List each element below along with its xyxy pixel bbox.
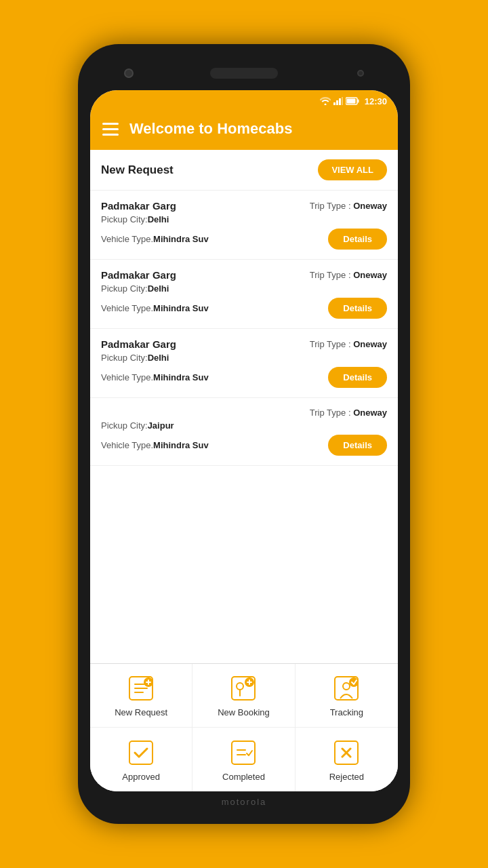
card-top-row: Trip Type : Oneway <box>101 408 387 418</box>
vehicle-type: Vehicle Type.Mihindra Suv <box>101 440 209 450</box>
card-bottom-row: Vehicle Type.Mihindra Suv Details <box>101 298 387 319</box>
request-list: Padmakar Garg Trip Type : Oneway Pickup … <box>90 191 398 663</box>
card-bottom-row: Vehicle Type.Mihindra Suv Details <box>101 229 387 250</box>
customer-name: Padmakar Garg <box>101 269 176 281</box>
status-time: 12:30 <box>365 96 387 106</box>
svg-point-15 <box>237 683 243 690</box>
pickup-city: Pickup City:Jaipur <box>101 420 387 431</box>
trip-type: Trip Type : Oneway <box>310 270 387 280</box>
card-top-row: Padmakar Garg Trip Type : Oneway <box>101 269 387 281</box>
rejected-icon <box>331 738 361 768</box>
pickup-city: Pickup City:Delhi <box>101 214 387 224</box>
vehicle-type: Vehicle Type.Mihindra Suv <box>101 234 209 244</box>
nav-label-completed: Completed <box>222 772 265 782</box>
nav-item-tracking[interactable]: Tracking <box>296 664 398 728</box>
trip-type: Trip Type : Oneway <box>310 339 387 349</box>
approved-icon <box>126 738 156 768</box>
nav-label-rejected: Rejected <box>329 772 364 782</box>
nav-item-new-request[interactable]: New Request <box>90 664 192 728</box>
new-booking-svg <box>230 675 256 701</box>
new-request-svg <box>128 675 154 701</box>
bottom-navigation: New Request New Booking <box>90 663 398 791</box>
details-button[interactable]: Details <box>328 367 387 388</box>
phone-device: 12:30 Welcome to Homecabs New Request VI… <box>78 44 410 824</box>
wifi-icon <box>320 97 331 105</box>
status-bar: 12:30 <box>90 90 398 112</box>
svg-rect-6 <box>346 99 355 104</box>
hamburger-line-3 <box>102 134 119 136</box>
svg-rect-3 <box>342 97 343 105</box>
trip-type: Trip Type : Oneway <box>310 201 387 211</box>
nav-label-approved: Approved <box>122 772 160 782</box>
svg-rect-23 <box>129 741 152 764</box>
approved-svg <box>128 740 154 766</box>
nav-item-completed[interactable]: Completed <box>192 728 295 791</box>
signal-icon <box>333 97 343 105</box>
phone-bottom-bar: motorola <box>90 791 398 812</box>
card-bottom-row: Vehicle Type.Mihindra Suv Details <box>101 367 387 388</box>
tracking-svg <box>333 675 359 701</box>
completed-svg <box>230 740 256 766</box>
phone-screen: 12:30 Welcome to Homecabs New Request VI… <box>90 90 398 791</box>
nav-item-rejected[interactable]: Rejected <box>296 728 398 791</box>
menu-button[interactable] <box>102 123 119 136</box>
section-title: New Request <box>101 163 174 177</box>
battery-icon <box>346 97 359 105</box>
table-row: Padmakar Garg Trip Type : Oneway Pickup … <box>90 329 398 398</box>
content-area: New Request VIEW ALL Padmakar Garg Trip … <box>90 150 398 791</box>
front-camera <box>124 68 134 78</box>
hamburger-line-2 <box>102 128 119 130</box>
completed-icon <box>228 738 258 768</box>
nav-label-tracking: Tracking <box>330 707 363 717</box>
customer-name: Padmakar Garg <box>101 200 176 212</box>
trip-type: Trip Type : Oneway <box>310 408 387 418</box>
svg-rect-5 <box>357 100 359 103</box>
section-header: New Request VIEW ALL <box>90 150 398 191</box>
front-sensor <box>357 70 364 77</box>
brand-text: motorola <box>222 797 267 807</box>
table-row: Padmakar Garg Trip Type : Oneway Pickup … <box>90 260 398 329</box>
vehicle-type: Vehicle Type.Mihindra Suv <box>101 303 209 313</box>
vehicle-type: Vehicle Type.Mihindra Suv <box>101 372 209 382</box>
phone-top-bar <box>90 56 398 90</box>
details-button[interactable]: Details <box>328 435 387 456</box>
card-bottom-row: Vehicle Type.Mihindra Suv Details <box>101 435 387 456</box>
svg-point-21 <box>343 683 350 690</box>
table-row: Trip Type : Oneway Pickup City:Jaipur Ve… <box>90 398 398 466</box>
svg-rect-1 <box>336 100 338 105</box>
status-icons: 12:30 <box>320 96 387 106</box>
customer-name: Padmakar Garg <box>101 338 176 350</box>
pickup-city: Pickup City:Delhi <box>101 353 387 363</box>
app-header: Welcome to Homecabs <box>90 112 398 150</box>
svg-rect-2 <box>339 98 341 105</box>
nav-item-approved[interactable]: Approved <box>90 728 192 791</box>
card-top-row: Padmakar Garg Trip Type : Oneway <box>101 338 387 350</box>
nav-item-new-booking[interactable]: New Booking <box>192 664 295 728</box>
details-button[interactable]: Details <box>328 229 387 250</box>
pickup-city: Pickup City:Delhi <box>101 283 387 294</box>
hamburger-line-1 <box>102 123 119 125</box>
table-row: Padmakar Garg Trip Type : Oneway Pickup … <box>90 191 398 260</box>
card-top-row: Padmakar Garg Trip Type : Oneway <box>101 200 387 212</box>
details-button[interactable]: Details <box>328 298 387 319</box>
rejected-svg <box>333 740 359 766</box>
new-booking-icon <box>228 673 258 703</box>
svg-rect-0 <box>333 102 336 105</box>
new-request-icon <box>126 673 156 703</box>
view-all-button[interactable]: VIEW ALL <box>318 159 387 180</box>
tracking-icon <box>331 673 361 703</box>
nav-label-new-booking: New Booking <box>218 707 270 717</box>
nav-label-new-request: New Request <box>115 707 167 717</box>
speaker <box>210 68 278 79</box>
svg-point-22 <box>349 677 359 687</box>
app-title: Welcome to Homecabs <box>129 120 292 138</box>
